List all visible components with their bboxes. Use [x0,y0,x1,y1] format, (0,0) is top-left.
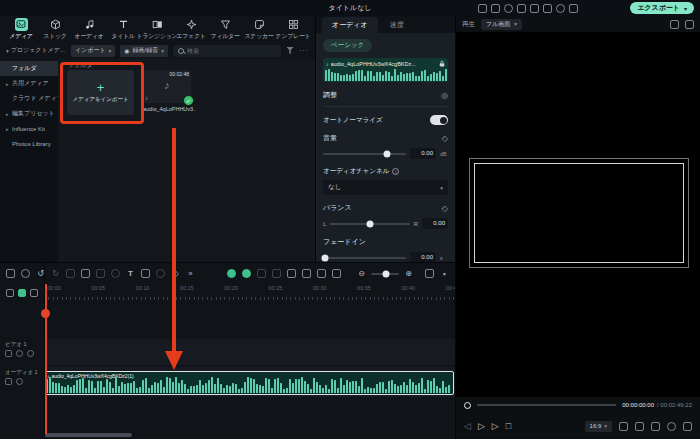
import-dropdown-button[interactable]: インポート ▾ [71,45,115,57]
timeline-audio-clip[interactable]: ♪ audio_4qLoPHHUv3wX4cgBKDz2(1) [44,371,454,395]
timeline-ruler[interactable]: 00:0000:0500:1000:1500:2000:2500:3000:35… [44,284,455,301]
project-media-dropdown[interactable]: ▾ プロジェクトメデ... [6,46,66,55]
smart-cut-icon[interactable] [227,269,236,278]
fade-in-value[interactable]: 0.00 [410,252,436,262]
fullscreen-dropdown[interactable]: フル画面 ▾ [481,19,522,30]
search-input[interactable] [187,48,276,54]
tab-audio[interactable]: オーディオ [72,18,106,41]
fade-in-slider-track[interactable] [323,257,406,259]
text-tool-icon[interactable]: T [125,269,136,278]
track-manager-caret-icon[interactable]: ▾ [439,271,450,277]
scrubber-track[interactable] [477,404,616,406]
speed-icon[interactable] [111,269,120,278]
sidebar-item-shared-media[interactable]: ▸共用メディア [0,76,58,91]
sidebar-item-photos-library[interactable]: Photos Library [0,136,58,151]
tab-stock[interactable]: ストック [38,18,72,41]
display-layout-icon[interactable] [517,4,526,13]
tab-templates[interactable]: テンプレート [276,18,310,41]
fade-in-slider-knob[interactable] [322,254,329,261]
floating-window-icon[interactable] [685,20,694,29]
mute-track-icon[interactable] [16,378,23,385]
timeline-zoom-slider[interactable] [371,273,399,275]
keyframe-tool-icon[interactable]: ◇ [170,269,181,278]
more-tools-icon[interactable]: » [185,269,196,278]
tab-titles[interactable]: タイトル [106,18,140,41]
dual-preview-icon[interactable] [670,20,679,29]
hide-track-icon[interactable] [16,350,23,357]
cloud-upload-icon[interactable] [543,4,552,13]
select-tool-icon[interactable] [21,269,30,278]
zoom-slider-knob[interactable] [383,270,390,277]
keyframe-diamond-icon[interactable]: ◇ [442,134,448,143]
plugins-icon[interactable] [478,4,487,13]
workspace-icon[interactable] [569,4,578,13]
credits-icon[interactable] [556,4,565,13]
timeline-horizontal-scrollbar[interactable] [44,433,132,437]
trim-icon[interactable] [96,269,105,278]
feedback-icon[interactable] [491,4,500,13]
aspect-ratio-dropdown[interactable]: 16:9 ▾ [585,421,612,432]
previous-frame-icon[interactable]: ◁ [464,422,471,431]
snap-magnet-icon[interactable] [6,289,14,297]
playhead-handle[interactable] [41,309,50,318]
balance-slider-knob[interactable] [367,220,374,227]
filter-funnel-icon[interactable] [286,47,294,55]
audio-effect-icon[interactable] [272,269,281,278]
export-button[interactable]: エクスポート ▾ [630,2,694,14]
scrubber-knob[interactable] [464,402,471,409]
audio-media-item[interactable]: 00:02:48 ♪ ♪ ✓ audio_4qLoPHHUv3... [143,70,193,112]
voiceover-mic-icon[interactable] [302,269,311,278]
lock-track-icon[interactable] [5,350,12,357]
tab-speed[interactable]: 速度 [380,17,414,33]
video-track-lane[interactable] [44,339,455,365]
volume-value[interactable]: 0.00 [410,148,436,159]
keyframe-diamond-icon[interactable]: ◇ [442,204,448,213]
sidebar-item-folder[interactable]: フォルダ [0,61,58,76]
mute-icon[interactable] [667,422,676,431]
tab-transitions[interactable]: トランジション [140,18,174,41]
delete-icon[interactable] [66,269,75,278]
playhead-line[interactable] [45,284,47,434]
preview-quality-icon[interactable] [619,422,628,431]
basic-chip[interactable]: ベーシック [323,39,372,52]
next-frame-icon[interactable]: ▷ [492,422,499,431]
crop-icon[interactable] [141,269,150,278]
more-options-icon[interactable]: ··· [299,47,309,54]
tab-media[interactable]: メディア [4,18,38,41]
tab-effects[interactable]: エフェクト [174,18,208,41]
lock-icon[interactable] [439,60,445,67]
ai-audio-icon[interactable] [242,269,251,278]
ghost-track-icon[interactable] [27,350,34,357]
audio-channel-select[interactable]: なし ▾ [323,180,448,195]
play-icon[interactable]: ▷ [478,422,485,431]
zoom-out-icon[interactable]: ⊖ [356,269,367,278]
chroma-key-icon[interactable] [156,269,165,278]
display-icon[interactable] [635,422,644,431]
lock-track-icon[interactable] [5,378,12,385]
balance-value[interactable]: 0.00 [422,218,448,229]
keyframe-circle-icon[interactable]: ◎ [441,91,448,100]
sidebar-item-cloud-media[interactable]: クラウド メディア [0,91,58,106]
preview-viewport[interactable] [456,32,700,397]
redo-icon[interactable]: ↻ [50,269,61,278]
tab-audio-properties[interactable]: オーディオ [322,17,378,33]
split-icon[interactable] [81,269,90,278]
auto-normalize-toggle[interactable] [430,115,448,125]
zoom-in-icon[interactable]: ⊕ [403,269,414,278]
sidebar-item-influence-kit[interactable]: ▸Influence Kit [0,121,58,136]
tab-stickers[interactable]: ステッカー [242,18,276,41]
sidebar-item-edit-presets[interactable]: ▸編集プリセット [0,106,58,121]
volume-slider-track[interactable] [323,153,406,155]
import-media-tile[interactable]: + メディアをインポート [67,70,134,115]
snapshot-icon[interactable] [651,422,660,431]
media-manager-icon[interactable] [530,4,539,13]
media-tools-icon[interactable] [6,269,15,278]
keyboard-shortcut-icon[interactable] [30,289,38,297]
edit-tool-icon[interactable] [683,422,692,431]
marker-icon[interactable] [317,269,326,278]
mask-icon[interactable] [287,269,296,278]
selected-clip-bar[interactable]: ♪ audio_4qLoPHHUv3wX4cgBKDz... [323,58,448,82]
balance-slider-track[interactable] [330,223,409,225]
volume-slider-knob[interactable] [383,150,390,157]
speech-to-text-icon[interactable] [257,269,266,278]
